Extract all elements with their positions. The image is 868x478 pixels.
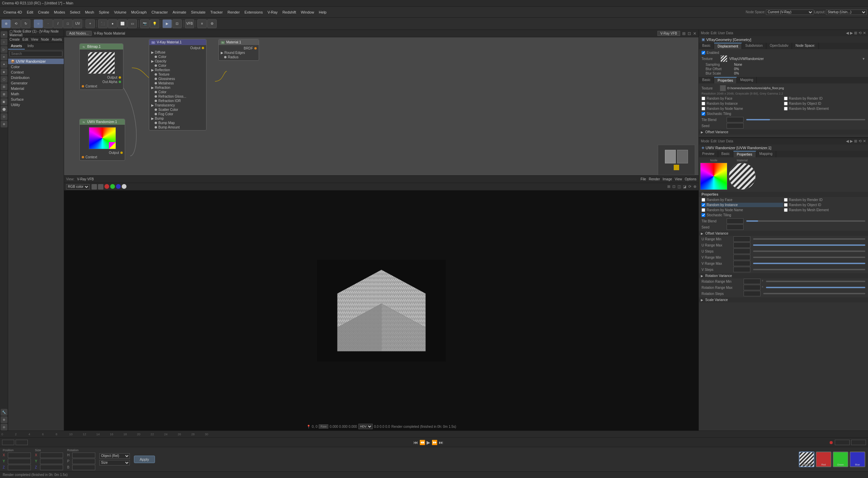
node-menu-edit[interactable]: Edit [22, 38, 28, 41]
rand-mesh-elem-cb[interactable] [784, 107, 788, 111]
menu-help[interactable]: Help [317, 10, 329, 14]
menu-redshift[interactable]: Redshift [280, 10, 298, 14]
uwv-rand-instance-cb[interactable] [702, 203, 705, 207]
menu-modes[interactable]: Modes [52, 10, 67, 14]
start-frame-input[interactable]: 0 F [2, 440, 14, 445]
vfb-icon-3[interactable]: ◫ [677, 184, 681, 189]
tool-more2[interactable]: ⚙ [207, 19, 217, 28]
enabled-checkbox[interactable] [702, 51, 705, 55]
v-range-min-slider[interactable] [753, 257, 865, 258]
rot-b-input[interactable]: 0° [72, 465, 95, 470]
tool-move[interactable]: ⊕ [1, 19, 11, 28]
node-canvas-icon-1[interactable]: ⊞ [682, 31, 686, 36]
uwv-rand-node-name-cb[interactable] [702, 208, 705, 212]
assets-item-generator[interactable]: Generator [8, 80, 64, 86]
prev-frame-btn[interactable]: ⏪ [419, 440, 425, 445]
u-range-min-slider[interactable] [753, 238, 865, 240]
menu-tracker[interactable]: Tracker [208, 10, 225, 14]
mat-slot-blue[interactable]: Blue [850, 452, 865, 467]
rand-render-id-cb[interactable] [784, 97, 788, 100]
color-space-select[interactable]: RGB color [66, 184, 90, 190]
uwv-tile-blend-slider[interactable] [746, 220, 865, 222]
vfb-icon-1[interactable]: ⊞ [667, 184, 670, 189]
uwv-rand-render-id-cb[interactable] [784, 198, 788, 202]
rot-h-input[interactable]: 0° [72, 453, 95, 458]
rot-steps-slider[interactable] [763, 293, 865, 294]
assets-item-color[interactable]: Color [8, 64, 64, 69]
mat-slot-vray[interactable]: V-Ray N. [799, 452, 814, 467]
node-canvas-icon-2[interactable]: ⊡ [688, 31, 691, 36]
node-canvas-icon-3[interactable]: ✕ [693, 31, 696, 36]
user-data-label[interactable]: User Data [718, 31, 733, 35]
uwv-nav-fwd[interactable]: ▶ [850, 139, 853, 143]
rot-range-min-input[interactable]: 0 [744, 279, 761, 284]
left-icon-9[interactable]: ⊠ [1, 91, 7, 98]
vfb-menu-render[interactable]: Render [649, 177, 660, 181]
node-space-select[interactable]: Current (V-Ray) [766, 9, 813, 15]
menu-vray[interactable]: V-Ray [265, 10, 280, 14]
left-icon-3[interactable]: ▷ [1, 46, 7, 53]
v-steps-input[interactable]: 0 [733, 267, 750, 272]
view-vfb[interactable]: V-Ray VFB [77, 177, 94, 181]
geo-icon-2[interactable]: ⟲ [859, 31, 862, 35]
assets-item-distribution[interactable]: Distribution [8, 75, 64, 80]
menu-extensions[interactable]: Extensions [242, 10, 265, 14]
mat-slot-green[interactable]: Green [833, 452, 848, 467]
menu-character[interactable]: Character [150, 10, 170, 14]
tool-cube[interactable]: ⬛ [98, 19, 107, 28]
menu-animate[interactable]: Animate [171, 10, 188, 14]
menu-spline[interactable]: Spline [97, 10, 112, 14]
tool-scale[interactable]: ⟲ [11, 19, 21, 28]
vfb-menu-file[interactable]: File [640, 177, 646, 181]
vfb-menu-options[interactable]: Options [685, 177, 696, 181]
uwv-icon-3[interactable]: ✕ [863, 139, 866, 143]
uwv-tab-properties[interactable]: Properties [733, 151, 756, 157]
vfb-btn-2[interactable] [98, 184, 103, 190]
tool-plane[interactable]: ▭ [127, 19, 137, 28]
node-menu-view[interactable]: View [31, 38, 38, 41]
v-range-max-slider[interactable] [753, 263, 865, 264]
left-icon-4[interactable]: ≡ [1, 54, 7, 60]
rand-obj-id-cb[interactable] [784, 102, 788, 105]
node-menu-assets[interactable]: Assets [52, 38, 62, 41]
rand-face-cb[interactable] [702, 97, 705, 100]
uwv-tile-blend-input[interactable]: 0.025 [727, 218, 744, 224]
pos-z-input[interactable]: 0 cm [8, 465, 31, 470]
current-frame-input[interactable]: 90 F [835, 440, 850, 445]
assets-item-context[interactable]: Context [8, 69, 64, 75]
tile-blend-input[interactable]: 0.05 [727, 117, 744, 122]
rot-p-input[interactable]: 0° [72, 459, 95, 464]
uwv-stochastic-tiling-cb[interactable] [702, 213, 705, 217]
tab-quality[interactable]: Node Space: [792, 43, 819, 49]
node-bitmap1[interactable]: fxBitmap.1 Output Out Alpha [79, 43, 123, 90]
menu-cinema4d[interactable]: Cinema 4D [1, 10, 24, 14]
left-icon-13[interactable]: ⊗ [1, 121, 7, 127]
vfb-circle-red[interactable] [104, 184, 109, 189]
vfb-circle-green[interactable] [110, 184, 115, 189]
tool-point[interactable]: · [43, 19, 53, 28]
tool-uv[interactable]: UV [73, 19, 82, 28]
u-steps-input[interactable]: 0 [733, 248, 750, 254]
mat-slot-red[interactable]: Red [816, 452, 831, 467]
left-icon-8[interactable]: ⊞ [1, 83, 7, 90]
rot-range-min-slider[interactable] [766, 281, 865, 282]
tool-new-null[interactable]: + [85, 19, 95, 28]
menu-volume[interactable]: Volume [112, 10, 129, 14]
vfb-icon-5[interactable]: ⟳ [688, 184, 691, 189]
record-btn[interactable]: ⏺ [829, 440, 833, 445]
uwv-rand-obj-id-cb[interactable] [784, 203, 788, 207]
assets-tab-assets[interactable]: Assets [8, 43, 25, 49]
tile-blend-slider[interactable] [746, 119, 865, 120]
node-menu-create[interactable]: Create [9, 38, 20, 41]
tool-cylinder[interactable]: ⬜ [118, 19, 127, 28]
color-mode-select[interactable]: HDV [358, 424, 373, 429]
tab-basic[interactable]: Basic [699, 43, 714, 49]
tab-subdivision[interactable]: Subdivision [742, 43, 766, 49]
left-icon-11[interactable]: ⬤ [1, 106, 7, 113]
tool-rotate[interactable]: ↻ [21, 19, 31, 28]
tool-object[interactable]: ○ [34, 19, 43, 28]
tool-ipr[interactable]: ⊡ [172, 19, 182, 28]
tool-more1[interactable]: ≡ [197, 19, 207, 28]
rand-node-name-cb[interactable] [702, 107, 705, 111]
disp-tab-basic[interactable]: Basic [699, 77, 714, 83]
